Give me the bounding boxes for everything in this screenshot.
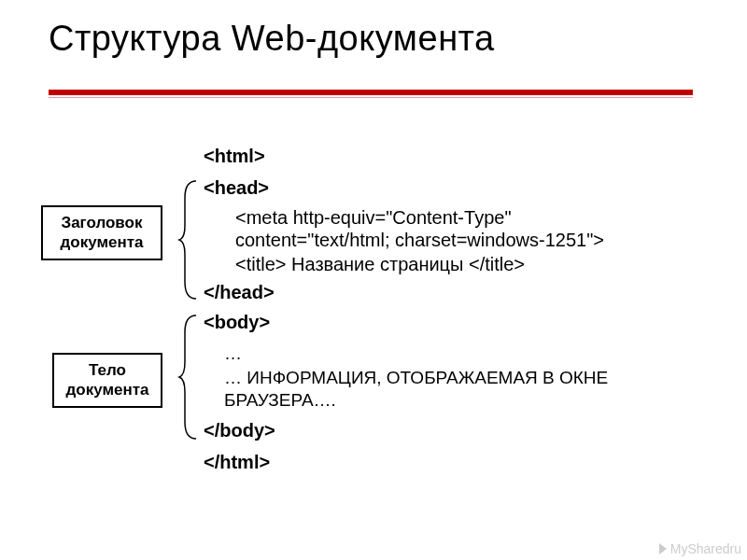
code-body-content2: … ИНФОРМАЦИЯ, ОТОБРАЖАЕМАЯ В ОКНЕ — [224, 368, 608, 388]
title-underline — [49, 90, 693, 95]
code-meta-line2: content="text/html; charset=windows-1251… — [235, 230, 604, 251]
code-body-content1: … — [224, 343, 242, 364]
code-body-content3: БРАУЗЕРА…. — [224, 390, 336, 411]
slide-title: Структура Web-документа — [49, 19, 495, 59]
watermark-text: MySharedru — [670, 541, 741, 556]
brace-head — [177, 179, 200, 301]
code-meta-line1: <meta http-equiv="Content-Type" — [235, 207, 511, 229]
code-body-open: <body> — [204, 312, 270, 333]
title-underline-thin — [49, 97, 693, 98]
code-title-line: <title> Название страницы </title> — [235, 254, 525, 275]
header-label-box: Заголовок документа — [41, 205, 162, 260]
body-label-box: Тело документа — [52, 353, 162, 408]
code-body-close: </body> — [204, 420, 275, 441]
play-icon — [659, 543, 667, 554]
watermark: MySharedru — [659, 541, 741, 556]
code-html-close: </html> — [204, 452, 270, 473]
code-html-open: <html> — [204, 146, 265, 167]
code-head-open: <head> — [204, 177, 269, 199]
code-head-close: </head> — [204, 282, 275, 303]
brace-body — [177, 314, 200, 441]
